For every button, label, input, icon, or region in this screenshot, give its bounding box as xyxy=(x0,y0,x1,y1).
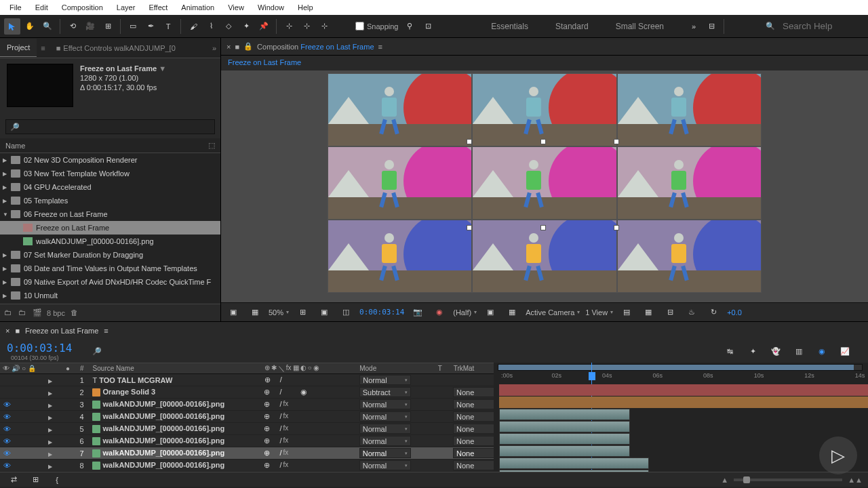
eye-col-icon[interactable]: 👁 xyxy=(3,365,9,372)
menu-window[interactable]: Window xyxy=(251,1,291,14)
menu-layer[interactable]: Layer xyxy=(110,1,142,14)
menu-file[interactable]: File xyxy=(3,1,28,14)
timeline-timecode[interactable]: 0:00:03:14 xyxy=(7,342,72,354)
always-preview-icon[interactable]: ▣ xyxy=(225,304,241,321)
zoom-dropdown[interactable]: 50% xyxy=(269,308,289,317)
camera-dropdown[interactable]: Active Camera xyxy=(526,308,580,317)
tab-project[interactable]: Project xyxy=(0,39,37,57)
layer-bar[interactable] xyxy=(499,470,649,472)
graph-editor-icon[interactable]: 📈 xyxy=(837,343,853,359)
time-ruler[interactable]: :00s02s04s06s08s10s12s14s xyxy=(494,363,868,384)
timeline-zoom-slider[interactable]: ▲ ▲▲ xyxy=(721,476,863,484)
views-dropdown[interactable]: 1 View xyxy=(585,308,613,317)
tree-row[interactable]: ▼06 Freeze on Last Frame xyxy=(0,207,220,221)
layer-row[interactable]: 👁▶6 walkANDJUMP_[00000-00166].png⊕/fxNor… xyxy=(0,435,494,447)
layer-name[interactable]: Orange Solid 3 xyxy=(88,388,264,396)
visibility-toggle[interactable]: 👁 xyxy=(3,425,11,433)
snapping-checkbox[interactable] xyxy=(355,22,364,30)
layer-row[interactable]: ▶2 Orange Solid 3⊕/◉SubtractNone xyxy=(0,386,494,399)
menu-view[interactable]: View xyxy=(221,1,251,14)
visibility-toggle[interactable]: 👁 xyxy=(3,401,11,409)
workspace-more-icon[interactable]: » xyxy=(686,18,702,35)
workspace-small-screen[interactable]: Small Screen xyxy=(616,22,664,31)
comp-mini-flow-icon[interactable]: ↹ xyxy=(722,343,738,359)
layer-twirl-icon[interactable]: ▶ xyxy=(48,403,52,409)
layer-name[interactable]: walkANDJUMP_[00000-00166].png xyxy=(88,461,264,470)
visibility-toggle[interactable]: 👁 xyxy=(3,462,11,470)
layer-twirl-icon[interactable]: ▶ xyxy=(48,378,52,384)
visibility-toggle[interactable]: 👁 xyxy=(3,437,11,445)
viewer-tab-label[interactable]: Composition Freeze on Last Frame xyxy=(257,43,374,51)
safe-zones-icon[interactable]: ▣ xyxy=(316,304,332,321)
reset-exposure-icon[interactable]: ↻ xyxy=(705,304,722,321)
bpc-button[interactable]: 8 bpc xyxy=(47,309,65,317)
puppet-tool-icon[interactable]: 📌 xyxy=(256,18,272,35)
layer-row[interactable]: ▶1T TOO TALL MCGRAW⊕/Normal xyxy=(0,374,494,386)
lock-icon[interactable]: 🔒 xyxy=(243,42,253,51)
hand-tool-icon[interactable]: ✋ xyxy=(22,18,38,35)
zoom-in-icon[interactable]: ▲▲ xyxy=(848,476,863,484)
layer-name[interactable]: walkANDJUMP_[00000-00166].png xyxy=(88,436,264,445)
search-help-input[interactable] xyxy=(783,21,857,31)
text-tool-icon[interactable]: T xyxy=(160,18,176,35)
visibility-toggle[interactable]: 👁 xyxy=(3,413,11,421)
view-axis-icon[interactable]: ⊹ xyxy=(316,18,332,35)
composition-canvas[interactable] xyxy=(328,73,762,293)
layer-name[interactable]: T TOO TALL MCGRAW xyxy=(89,376,264,384)
resolution-dropdown[interactable]: (Half) xyxy=(453,308,477,317)
tree-row[interactable]: walkANDJUMP_[00000-00166].png xyxy=(0,235,220,248)
layer-row[interactable]: 👁▶5 walkANDJUMP_[00000-00166].png⊕/fxNor… xyxy=(0,423,494,435)
toggle-switches-icon[interactable]: ⇄ xyxy=(5,472,22,488)
res-full-icon[interactable]: ⊞ xyxy=(294,304,311,321)
snapshot-icon[interactable]: 📷 xyxy=(410,304,426,321)
layer-twirl-icon[interactable]: ▶ xyxy=(48,439,52,445)
layer-row[interactable]: 👁▶4 walkANDJUMP_[00000-00166].png⊕/fxNor… xyxy=(0,411,494,423)
motion-blur-icon[interactable]: ◉ xyxy=(814,343,830,359)
workspace-standard[interactable]: Standard xyxy=(555,22,589,31)
flowchart-icon[interactable]: ♨ xyxy=(684,304,700,321)
layer-bar[interactable] xyxy=(499,409,630,420)
shape-tool-icon[interactable]: ▭ xyxy=(125,18,141,35)
layer-bar[interactable] xyxy=(499,458,649,469)
pixel-aspect-icon[interactable]: ▤ xyxy=(618,304,635,321)
panel-menu-icon[interactable]: ≡ xyxy=(37,44,49,52)
camera-tool-icon[interactable]: 🎥 xyxy=(82,18,98,35)
new-folder-icon[interactable]: 🗀 xyxy=(18,308,27,317)
layer-twirl-icon[interactable]: ▶ xyxy=(48,464,52,470)
workspace-essentials[interactable]: Essentials xyxy=(491,22,528,31)
fast-preview-icon[interactable]: ▦ xyxy=(640,304,656,321)
eraser-tool-icon[interactable]: ◇ xyxy=(220,18,237,35)
menu-edit[interactable]: Edit xyxy=(28,1,55,14)
timeline-menu-icon[interactable]: ≡ xyxy=(104,327,108,335)
tree-row[interactable]: ▶02 New 3D Composition Renderer xyxy=(0,153,220,167)
blend-mode-dropdown[interactable]: Normal xyxy=(359,436,411,446)
blend-mode-dropdown[interactable]: Normal xyxy=(359,424,411,434)
trash-icon[interactable]: 🗑 xyxy=(71,308,79,317)
menu-animation[interactable]: Animation xyxy=(174,1,221,14)
interpret-icon[interactable]: 🗀 xyxy=(4,308,13,317)
viewer-timecode[interactable]: 0:00:03:14 xyxy=(359,308,404,317)
layer-name[interactable]: walkANDJUMP_[00000-00166].png xyxy=(88,400,264,409)
toggle-in-out-icon[interactable]: { xyxy=(49,472,65,488)
layer-twirl-icon[interactable]: ▶ xyxy=(48,390,52,396)
roto-tool-icon[interactable]: ✦ xyxy=(238,18,254,35)
orbit-tool-icon[interactable]: ⟲ xyxy=(64,18,81,35)
menu-help[interactable]: Help xyxy=(291,1,320,14)
col-name-header[interactable]: Name xyxy=(5,142,25,150)
shy-icon[interactable]: 👻 xyxy=(768,343,784,359)
layer-name[interactable]: walkANDJUMP_[00000-00166].png xyxy=(88,449,264,458)
tree-row[interactable]: ▶05 Templates xyxy=(0,194,220,207)
blend-mode-dropdown[interactable]: Normal xyxy=(359,399,411,409)
mask-toggle-icon[interactable]: ◫ xyxy=(338,304,354,321)
frame-blend-icon[interactable]: ▥ xyxy=(791,343,807,359)
tree-row[interactable]: ▶04 GPU Accelerated xyxy=(0,180,220,194)
clone-tool-icon[interactable]: ⌇ xyxy=(203,18,219,35)
menu-effect[interactable]: Effect xyxy=(142,1,174,14)
local-axis-icon[interactable]: ⊹ xyxy=(281,18,297,35)
search-icon[interactable]: 🔍 xyxy=(762,18,778,35)
layer-bar[interactable] xyxy=(499,433,630,445)
tree-row[interactable]: ▶09 Native Export of Avid DNxHD/HR Codec… xyxy=(0,275,220,289)
new-comp-icon[interactable]: 🎬 xyxy=(33,308,41,317)
brush-tool-icon[interactable]: 🖌 xyxy=(185,18,201,35)
layer-twirl-icon[interactable]: ▶ xyxy=(48,415,52,421)
